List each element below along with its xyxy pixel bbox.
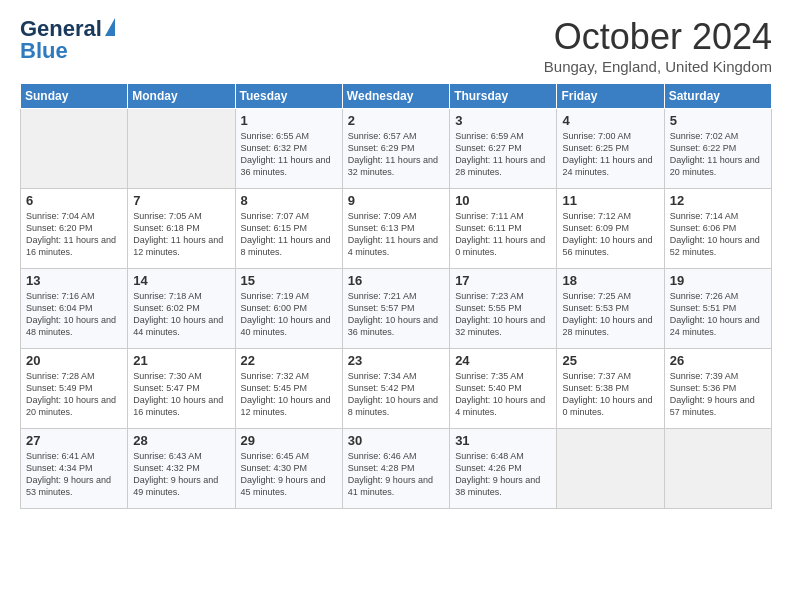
header-day-wednesday: Wednesday [342,84,449,109]
day-info: Sunrise: 7:04 AMSunset: 6:20 PMDaylight:… [26,210,122,259]
calendar-cell: 27Sunrise: 6:41 AMSunset: 4:34 PMDayligh… [21,429,128,509]
calendar-cell: 30Sunrise: 6:46 AMSunset: 4:28 PMDayligh… [342,429,449,509]
day-number: 16 [348,273,444,288]
day-number: 15 [241,273,337,288]
day-number: 18 [562,273,658,288]
month-title: October 2024 [544,16,772,58]
day-number: 19 [670,273,766,288]
calendar-cell: 10Sunrise: 7:11 AMSunset: 6:11 PMDayligh… [450,189,557,269]
week-row-2: 6Sunrise: 7:04 AMSunset: 6:20 PMDaylight… [21,189,772,269]
day-info: Sunrise: 6:57 AMSunset: 6:29 PMDaylight:… [348,130,444,179]
calendar-body: 1Sunrise: 6:55 AMSunset: 6:32 PMDaylight… [21,109,772,509]
day-number: 14 [133,273,229,288]
day-info: Sunrise: 7:28 AMSunset: 5:49 PMDaylight:… [26,370,122,419]
calendar-cell: 29Sunrise: 6:45 AMSunset: 4:30 PMDayligh… [235,429,342,509]
logo-blue-text: Blue [20,38,68,64]
calendar-cell: 3Sunrise: 6:59 AMSunset: 6:27 PMDaylight… [450,109,557,189]
week-row-4: 20Sunrise: 7:28 AMSunset: 5:49 PMDayligh… [21,349,772,429]
location-text: Bungay, England, United Kingdom [544,58,772,75]
day-number: 9 [348,193,444,208]
day-info: Sunrise: 7:02 AMSunset: 6:22 PMDaylight:… [670,130,766,179]
header-day-thursday: Thursday [450,84,557,109]
calendar-cell: 20Sunrise: 7:28 AMSunset: 5:49 PMDayligh… [21,349,128,429]
day-info: Sunrise: 7:32 AMSunset: 5:45 PMDaylight:… [241,370,337,419]
day-info: Sunrise: 6:55 AMSunset: 6:32 PMDaylight:… [241,130,337,179]
day-number: 27 [26,433,122,448]
day-info: Sunrise: 7:18 AMSunset: 6:02 PMDaylight:… [133,290,229,339]
day-number: 2 [348,113,444,128]
day-info: Sunrise: 7:21 AMSunset: 5:57 PMDaylight:… [348,290,444,339]
calendar-cell: 23Sunrise: 7:34 AMSunset: 5:42 PMDayligh… [342,349,449,429]
title-area: October 2024 Bungay, England, United Kin… [544,16,772,75]
day-number: 30 [348,433,444,448]
calendar-cell: 13Sunrise: 7:16 AMSunset: 6:04 PMDayligh… [21,269,128,349]
calendar-cell: 1Sunrise: 6:55 AMSunset: 6:32 PMDaylight… [235,109,342,189]
day-info: Sunrise: 7:05 AMSunset: 6:18 PMDaylight:… [133,210,229,259]
day-number: 5 [670,113,766,128]
day-info: Sunrise: 6:48 AMSunset: 4:26 PMDaylight:… [455,450,551,499]
header-row: SundayMondayTuesdayWednesdayThursdayFrid… [21,84,772,109]
calendar-cell [21,109,128,189]
logo-triangle-icon [105,18,115,36]
logo-area: General Blue [20,16,115,64]
day-number: 13 [26,273,122,288]
day-number: 11 [562,193,658,208]
day-number: 21 [133,353,229,368]
day-number: 20 [26,353,122,368]
calendar-cell [557,429,664,509]
header-day-friday: Friday [557,84,664,109]
header-day-sunday: Sunday [21,84,128,109]
header-day-saturday: Saturday [664,84,771,109]
calendar-cell: 19Sunrise: 7:26 AMSunset: 5:51 PMDayligh… [664,269,771,349]
day-number: 29 [241,433,337,448]
day-info: Sunrise: 7:19 AMSunset: 6:00 PMDaylight:… [241,290,337,339]
calendar-cell: 7Sunrise: 7:05 AMSunset: 6:18 PMDaylight… [128,189,235,269]
day-info: Sunrise: 7:07 AMSunset: 6:15 PMDaylight:… [241,210,337,259]
calendar-cell: 6Sunrise: 7:04 AMSunset: 6:20 PMDaylight… [21,189,128,269]
calendar-cell: 14Sunrise: 7:18 AMSunset: 6:02 PMDayligh… [128,269,235,349]
calendar-cell [664,429,771,509]
day-number: 6 [26,193,122,208]
day-number: 31 [455,433,551,448]
calendar-cell: 25Sunrise: 7:37 AMSunset: 5:38 PMDayligh… [557,349,664,429]
calendar-cell: 2Sunrise: 6:57 AMSunset: 6:29 PMDaylight… [342,109,449,189]
header-day-monday: Monday [128,84,235,109]
day-number: 3 [455,113,551,128]
day-info: Sunrise: 7:16 AMSunset: 6:04 PMDaylight:… [26,290,122,339]
day-number: 10 [455,193,551,208]
week-row-1: 1Sunrise: 6:55 AMSunset: 6:32 PMDaylight… [21,109,772,189]
calendar-cell: 17Sunrise: 7:23 AMSunset: 5:55 PMDayligh… [450,269,557,349]
day-info: Sunrise: 6:41 AMSunset: 4:34 PMDaylight:… [26,450,122,499]
day-number: 25 [562,353,658,368]
day-number: 1 [241,113,337,128]
calendar-header: SundayMondayTuesdayWednesdayThursdayFrid… [21,84,772,109]
day-info: Sunrise: 7:23 AMSunset: 5:55 PMDaylight:… [455,290,551,339]
calendar-cell: 18Sunrise: 7:25 AMSunset: 5:53 PMDayligh… [557,269,664,349]
day-number: 23 [348,353,444,368]
calendar-cell: 31Sunrise: 6:48 AMSunset: 4:26 PMDayligh… [450,429,557,509]
day-info: Sunrise: 7:00 AMSunset: 6:25 PMDaylight:… [562,130,658,179]
calendar-cell: 24Sunrise: 7:35 AMSunset: 5:40 PMDayligh… [450,349,557,429]
page: General Blue October 2024 Bungay, Englan… [0,0,792,525]
calendar-cell [128,109,235,189]
day-info: Sunrise: 6:43 AMSunset: 4:32 PMDaylight:… [133,450,229,499]
calendar-cell: 12Sunrise: 7:14 AMSunset: 6:06 PMDayligh… [664,189,771,269]
day-info: Sunrise: 7:14 AMSunset: 6:06 PMDaylight:… [670,210,766,259]
day-number: 7 [133,193,229,208]
calendar-cell: 28Sunrise: 6:43 AMSunset: 4:32 PMDayligh… [128,429,235,509]
day-number: 26 [670,353,766,368]
calendar-table: SundayMondayTuesdayWednesdayThursdayFrid… [20,83,772,509]
calendar-cell: 5Sunrise: 7:02 AMSunset: 6:22 PMDaylight… [664,109,771,189]
day-info: Sunrise: 7:09 AMSunset: 6:13 PMDaylight:… [348,210,444,259]
week-row-5: 27Sunrise: 6:41 AMSunset: 4:34 PMDayligh… [21,429,772,509]
day-info: Sunrise: 7:11 AMSunset: 6:11 PMDaylight:… [455,210,551,259]
day-number: 24 [455,353,551,368]
day-number: 12 [670,193,766,208]
day-info: Sunrise: 7:34 AMSunset: 5:42 PMDaylight:… [348,370,444,419]
day-info: Sunrise: 7:25 AMSunset: 5:53 PMDaylight:… [562,290,658,339]
day-number: 28 [133,433,229,448]
calendar-cell: 21Sunrise: 7:30 AMSunset: 5:47 PMDayligh… [128,349,235,429]
calendar-cell: 16Sunrise: 7:21 AMSunset: 5:57 PMDayligh… [342,269,449,349]
day-info: Sunrise: 7:35 AMSunset: 5:40 PMDaylight:… [455,370,551,419]
calendar-cell: 9Sunrise: 7:09 AMSunset: 6:13 PMDaylight… [342,189,449,269]
